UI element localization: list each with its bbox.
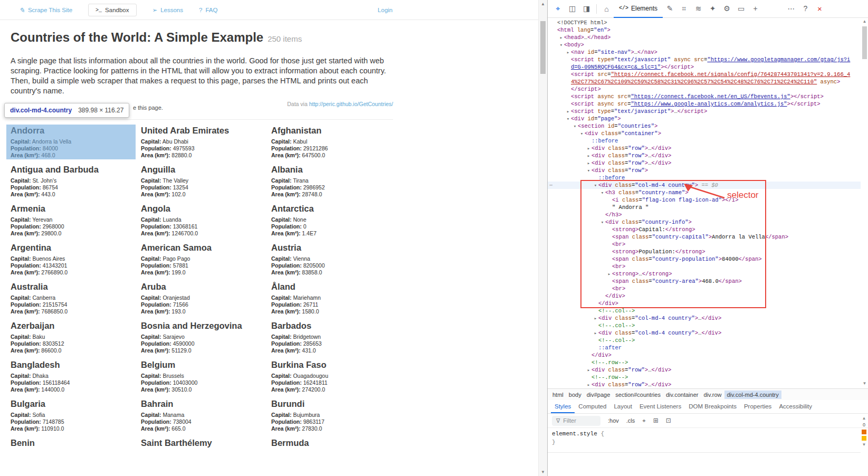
tab-layout[interactable]: Layout xyxy=(610,400,636,413)
dom-tree-line[interactable]: <br> xyxy=(548,263,861,270)
tab-properties[interactable]: Properties xyxy=(740,400,775,413)
tree-scroll-down-icon[interactable]: ▼ xyxy=(861,381,868,386)
help-icon[interactable]: ? xyxy=(798,4,813,13)
dom-tree-line[interactable]: ▸<div class="row">…</div> xyxy=(548,152,861,159)
filter-input[interactable]: ∇ Filter xyxy=(552,416,600,426)
more-options-icon[interactable]: ⋯ xyxy=(784,4,798,13)
tree-scroll-up-icon[interactable]: ▲ xyxy=(861,19,868,24)
dom-tree-line[interactable]: <!DOCTYPE html> xyxy=(548,19,861,26)
collapse-arrow-icon[interactable]: ▾ xyxy=(599,219,605,226)
dom-tree-line-selected[interactable]: ▾<div class="col-md-4 country"> == $0⋯ xyxy=(548,182,861,189)
computed-sidebar-icon[interactable]: ⊡ xyxy=(666,417,671,424)
inspect-element-icon[interactable]: ⌖ xyxy=(551,4,565,13)
collapse-arrow-icon[interactable]: ▾ xyxy=(599,189,605,197)
breadcrumb-item[interactable]: html xyxy=(550,391,566,399)
scroll-up-icon[interactable]: ▲ xyxy=(539,2,547,6)
dom-tree-line[interactable]: " Andorra " xyxy=(548,204,861,211)
expand-arrow-icon[interactable]: ▸ xyxy=(586,160,592,167)
expand-arrow-icon[interactable]: ▸ xyxy=(593,330,598,337)
collapse-arrow-icon[interactable]: ▾ xyxy=(565,116,571,123)
dom-tree-line[interactable]: ▸<div class="row">…</div> xyxy=(548,159,861,167)
dom-tree-line[interactable]: <br> xyxy=(548,285,861,292)
dom-tree-line[interactable]: ▸<div class="col-md-4 country">…</div> xyxy=(548,329,861,337)
expand-arrow-icon[interactable]: ▸ xyxy=(586,382,592,388)
more-actions-icon[interactable]: ⋯ xyxy=(549,182,552,189)
dom-tree-line[interactable]: </script> xyxy=(548,85,861,93)
dom-tree-line[interactable]: ▾<div class="container"> xyxy=(548,130,861,137)
dom-tree-line[interactable]: d=G-09N5RQCFG4&cx=c&_slc=1"></script> xyxy=(548,63,861,71)
toggle-hov-button[interactable]: :hov xyxy=(608,417,619,424)
dom-tree-line[interactable]: 4%2C77%2C67%2C109%2C59%2C58%2C31%2C96%2C… xyxy=(548,78,861,85)
dom-tree-line[interactable]: <script type="text/javascript" async src… xyxy=(548,56,861,63)
dom-tree-line[interactable]: <strong>Population:</strong> xyxy=(548,248,861,255)
dom-tree-line[interactable]: ▾<div class="country-info"> xyxy=(548,218,861,226)
expand-arrow-icon[interactable]: ▸ xyxy=(586,367,592,374)
brand-link[interactable]: ✎ Scrape This Site xyxy=(19,6,72,14)
scroll-down-icon[interactable]: ▼ xyxy=(539,470,547,474)
dom-tree-line[interactable]: ▸<div class="row">…</div> xyxy=(548,381,861,388)
tab-dom-breakpoints[interactable]: DOM Breakpoints xyxy=(685,400,740,413)
expand-arrow-icon[interactable]: ▸ xyxy=(586,145,592,153)
dom-tree-line[interactable]: <span class="country-capital">Andorra la… xyxy=(548,233,861,241)
dom-tree-line[interactable]: ▾<section id="countries"> xyxy=(548,122,861,130)
dom-tree-line[interactable]: <!--.col--> xyxy=(548,322,861,329)
collapse-arrow-icon[interactable]: ▾ xyxy=(593,182,598,189)
dom-tree-line[interactable]: </div> xyxy=(548,351,861,359)
breadcrumb-item[interactable]: div.row xyxy=(701,391,724,399)
3d-view-icon[interactable]: ⌗ xyxy=(677,4,691,13)
dom-tree-line[interactable]: <!--.col--> xyxy=(548,337,861,344)
network-conditions-icon[interactable]: ≋ xyxy=(691,4,705,13)
collapse-arrow-icon[interactable]: ▾ xyxy=(586,167,592,175)
expand-arrow-icon[interactable]: ▸ xyxy=(565,49,571,56)
element-style-rule[interactable]: element.style { xyxy=(552,430,856,438)
breadcrumb-item[interactable]: div.col-md-4.country xyxy=(724,391,781,399)
dom-tree-line[interactable]: <i class="flag-icon flag-icon-ad"></i> xyxy=(548,196,861,204)
dom-tree-line[interactable]: <script src="https://connect.facebook.ne… xyxy=(548,71,861,78)
tab-accessibility[interactable]: Accessibility xyxy=(775,400,816,413)
dom-tree-line[interactable]: <script async src="https://connect.faceb… xyxy=(548,93,861,100)
dom-tree-line[interactable]: <!--.row--> xyxy=(548,359,861,366)
dom-tree-line[interactable]: ▾<h3 class="country-name"> xyxy=(548,189,861,196)
collapse-arrow-icon[interactable]: ▾ xyxy=(558,42,564,49)
breadcrumb-item[interactable]: section#countries xyxy=(613,391,663,399)
collapse-arrow-icon[interactable]: ▾ xyxy=(572,123,578,130)
dom-tree-line[interactable]: <html lang="en"> xyxy=(548,26,861,34)
dom-tree-line[interactable]: ▾<div class="row"> xyxy=(548,167,861,174)
dom-tree-line[interactable]: <br> xyxy=(548,241,861,248)
settings-icon[interactable]: ⚙ xyxy=(720,4,734,13)
dom-tree-line[interactable]: ▸<div class="col-md-4 country">…</div> xyxy=(548,315,861,322)
issues-icon[interactable]: ✎ xyxy=(663,4,677,13)
styles-scroll-up-icon[interactable]: ▲ xyxy=(860,416,868,421)
expand-arrow-icon[interactable]: ▸ xyxy=(586,153,592,160)
nav-link-lessons[interactable]: ➢ Lessons xyxy=(152,6,183,14)
dom-tree-line[interactable]: ::before xyxy=(548,174,861,182)
tab-elements[interactable]: </> Elements xyxy=(614,0,663,18)
activity-bar-icon[interactable]: ◨ xyxy=(579,4,594,13)
dom-tree-line[interactable]: ▸<strong>…</strong> xyxy=(548,270,861,278)
dom-tree-line[interactable]: ▸<script type="text/javascript">…</scrip… xyxy=(548,108,861,115)
dom-tree-line[interactable]: </h3> xyxy=(548,211,861,218)
devtools-tree-scrollbar[interactable]: ▲ ▼ xyxy=(861,18,868,388)
tab-event-listeners[interactable]: Event Listeners xyxy=(636,400,685,413)
new-style-rule-button[interactable]: + xyxy=(642,417,645,424)
home-icon[interactable]: ⌂ xyxy=(599,5,614,13)
dom-tree-line[interactable]: <!--.col--> xyxy=(548,307,861,315)
dom-tree-line[interactable]: ▸<head>…</head> xyxy=(548,34,861,41)
tab-styles[interactable]: Styles xyxy=(551,400,575,413)
dom-tree-line[interactable]: <span class="country-area">468.0</span> xyxy=(548,278,861,285)
dom-tree-line[interactable]: ▸<div class="row">…</div> xyxy=(548,366,861,374)
dom-tree-line[interactable]: <script async src="https://www.google-an… xyxy=(548,100,861,108)
styles-scroll-down-icon[interactable]: ▼ xyxy=(860,442,868,447)
data-via-link[interactable]: http://peric.github.io/GetCountries/ xyxy=(309,101,393,107)
tab-computed[interactable]: Computed xyxy=(575,400,610,413)
dom-tree-line[interactable]: ▸<nav id="site-nav">…</nav> xyxy=(548,49,861,56)
close-icon[interactable]: × xyxy=(813,4,827,13)
expand-arrow-icon[interactable]: ▸ xyxy=(593,315,598,322)
device-emulation-icon[interactable]: ◫ xyxy=(565,4,579,13)
expand-arrow-icon[interactable]: ▸ xyxy=(558,34,564,42)
more-tabs-icon[interactable]: + xyxy=(748,4,762,13)
login-link[interactable]: Login xyxy=(378,7,393,13)
collapse-arrow-icon[interactable]: ▾ xyxy=(579,130,585,138)
nav-tab-sandbox[interactable]: >_ Sandbox xyxy=(88,4,136,16)
dom-tree-line[interactable]: ▸<div class="row">…</div> xyxy=(548,145,861,152)
